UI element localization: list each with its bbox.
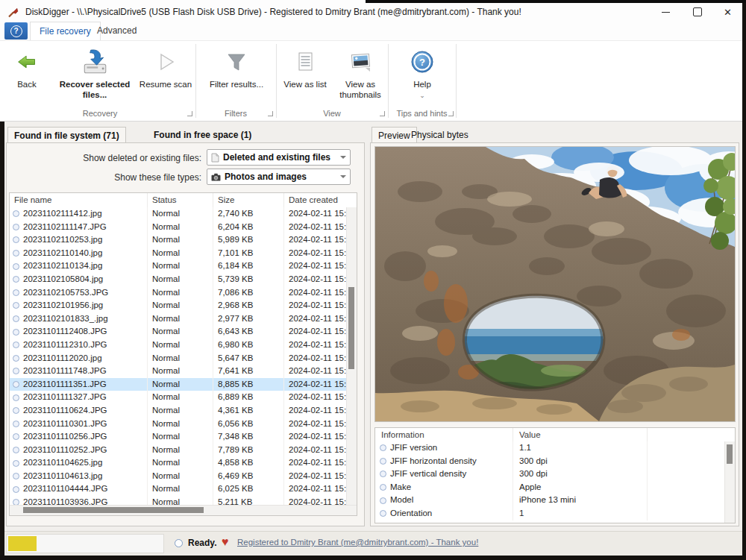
close-button[interactable]: ✕ [713, 2, 742, 22]
file-status: Normal [148, 221, 213, 234]
table-row[interactable]: 20231102105804.jpgNormal5,739 KB2024-02-… [10, 273, 346, 286]
camera-icon [211, 173, 221, 181]
column-information[interactable]: Information [375, 428, 513, 441]
table-row[interactable]: 20231101103936.JPGNormal5,211 KB2024-02-… [10, 496, 346, 505]
file-status: Normal [148, 325, 213, 339]
column-date-created[interactable]: Date created [284, 193, 357, 207]
file-name: 20231101112020.jpg [10, 352, 148, 365]
info-value: 1.1 [513, 441, 648, 455]
scrollbar-thumb[interactable] [23, 507, 204, 513]
tab-physical-bytes[interactable]: Physical bytes [405, 127, 474, 143]
minimize-button[interactable] [650, 2, 681, 22]
table-row[interactable]: 20231101111748.JPGNormal7,641 KB2024-02-… [10, 365, 346, 378]
table-row[interactable]: 20231101111327.JPGNormal6,889 KB2024-02-… [10, 391, 346, 404]
table-row[interactable]: 20231101110252.JPGNormal7,789 KB2024-02-… [10, 444, 346, 457]
file-date: 2024-02-11 15: [284, 456, 346, 470]
table-row[interactable]: 20231101110256.JPGNormal7,348 KB2024-02-… [10, 430, 346, 444]
column-file-name[interactable]: File name [10, 193, 148, 207]
tab-found-in-file-system[interactable]: Found in file system (71) [7, 127, 126, 143]
dialog-launcher-icon[interactable] [268, 111, 273, 116]
file-name: 20231101103936.JPG [10, 496, 148, 505]
vertical-scrollbar[interactable] [724, 441, 735, 523]
table-row[interactable]: 20231101110301.JPGNormal6,056 KB2024-02-… [10, 418, 346, 431]
file-circle-icon [13, 276, 19, 283]
dialog-launcher-icon[interactable] [187, 111, 192, 116]
group-separator [276, 44, 277, 118]
info-circle-icon [380, 497, 386, 504]
file-circle-icon [13, 407, 19, 414]
filter-label-deleted: Show deleted or existing files: [7, 153, 201, 163]
vertical-scrollbar[interactable] [346, 207, 357, 505]
info-value: 300 dpi [513, 468, 648, 481]
file-size: 6,184 KB [213, 259, 284, 273]
info-row[interactable]: JFIF horizontal density300 dpi [375, 455, 724, 468]
file-size: 6,025 KB [213, 482, 284, 496]
file-circle-icon [13, 473, 19, 479]
deleted-files-dropdown[interactable]: Deleted and existing files [207, 149, 351, 166]
table-row[interactable]: 20231101111351.JPGNormal8,885 KB2024-02-… [10, 378, 346, 391]
info-table-header: Information Value [375, 428, 735, 441]
info-row[interactable]: ModeliPhone 13 mini [375, 494, 724, 507]
table-row[interactable]: 20231101104444.JPGNormal6,025 KB2024-02-… [10, 482, 346, 496]
table-row[interactable]: 20231102111147.JPGNormal6,204 KB2024-02-… [10, 221, 346, 234]
ribbon-help-button[interactable]: ? [4, 22, 28, 40]
help-button[interactable]: ? Help ⌄ [397, 45, 448, 89]
file-circle-icon [13, 289, 19, 296]
table-row[interactable]: 20231101112310.JPGNormal6,980 KB2024-02-… [10, 339, 346, 352]
table-row[interactable]: 20231102110134.jpgNormal6,184 KB2024-02-… [10, 259, 346, 273]
file-circle-icon [13, 447, 19, 453]
file-size: 5,647 KB [213, 352, 284, 365]
file-types-dropdown[interactable]: Photos and images [207, 169, 351, 185]
filter-label: Filter results... [203, 79, 270, 89]
column-size[interactable]: Size [213, 193, 284, 207]
back-button[interactable]: Back [7, 45, 46, 89]
file-date: 2024-02-11 15: [284, 286, 346, 300]
progress-chunk [8, 536, 37, 551]
info-row[interactable]: MakeApple [375, 481, 724, 494]
view-as-list-button[interactable]: View as list [280, 45, 330, 89]
file-date: 2024-02-11 15: [284, 259, 346, 273]
info-circle-icon [380, 510, 386, 517]
tab-found-in-free-space[interactable]: Found in free space (1) [148, 127, 257, 143]
recover-selected-files-button[interactable]: Recover selected files... [51, 45, 139, 101]
horizontal-scrollbar[interactable] [10, 505, 357, 515]
table-row[interactable]: 20231102110253.jpgNormal5,989 KB2024-02-… [10, 233, 346, 247]
table-row[interactable]: 20231101104613.jpgNormal6,469 KB2024-02-… [10, 470, 346, 483]
column-status[interactable]: Status [148, 193, 213, 207]
group-label-view: View [276, 109, 388, 118]
file-page-icon [211, 153, 219, 163]
table-row[interactable]: 20231102105753.JPGNormal7,086 KB2024-02-… [10, 286, 346, 300]
dialog-launcher-icon[interactable] [380, 111, 385, 116]
registered-link[interactable]: Registered to Dmitry Brant (me@dmitrybra… [237, 538, 478, 547]
table-row[interactable]: 20231102110140.jpgNormal7,101 KB2024-02-… [10, 247, 346, 260]
scrollbar-thumb[interactable] [727, 444, 733, 464]
maximize-icon [693, 7, 702, 16]
table-row[interactable]: 20231101112408.JPGNormal6,643 KB2024-02-… [10, 325, 346, 339]
table-row[interactable]: 20231102111412.jpgNormal2,740 KB2024-02-… [10, 207, 346, 221]
back-label: Back [7, 79, 46, 89]
column-value[interactable]: Value [513, 428, 648, 441]
table-row[interactable]: 20231101104625.jpgNormal4,858 KB2024-02-… [10, 456, 346, 470]
file-circle-icon [13, 263, 19, 270]
group-separator [388, 44, 389, 118]
table-row[interactable]: 20231101112020.jpgNormal5,647 KB2024-02-… [10, 352, 346, 365]
file-size: 2,968 KB [213, 299, 284, 312]
dialog-launcher-icon[interactable] [448, 111, 454, 116]
table-row[interactable]: 20231101110624.JPGNormal4,361 KB2024-02-… [10, 404, 346, 418]
file-circle-icon [13, 499, 19, 505]
tab-advanced[interactable]: Advanced [88, 22, 145, 40]
view-as-thumbnails-button[interactable]: View as thumbnails [334, 45, 386, 101]
table-row[interactable]: 20231102101956.jpgNormal2,968 KB2024-02-… [10, 299, 346, 312]
file-status: Normal [148, 482, 213, 496]
group-label-tips: Tips and hints [388, 109, 456, 118]
info-row[interactable]: JFIF vertical density300 dpi [375, 468, 724, 481]
info-row[interactable]: JFIF version1.1 [375, 441, 724, 455]
filter-results-button[interactable]: Filter results... [203, 45, 270, 89]
file-circle-icon [13, 342, 19, 348]
progress-bar [6, 534, 164, 553]
info-row[interactable]: Orientation1 [375, 507, 724, 520]
scrollbar-thumb[interactable] [348, 287, 354, 369]
table-row[interactable]: 20231102101833_.jpgNormal2,977 KB2024-02… [10, 312, 346, 326]
resume-scan-button[interactable]: Resume scan [139, 45, 192, 89]
maximize-button[interactable] [682, 2, 713, 22]
